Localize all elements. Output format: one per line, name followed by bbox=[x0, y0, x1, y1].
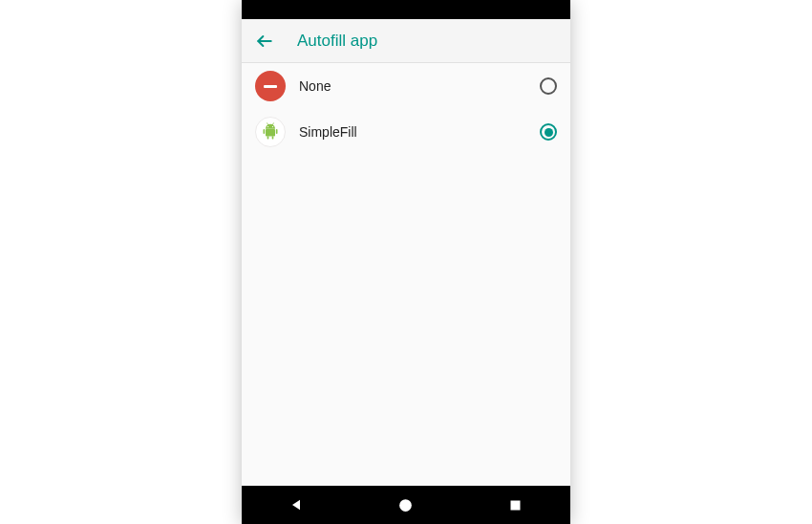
svg-point-10 bbox=[400, 499, 413, 512]
content-area: None bbox=[242, 63, 570, 486]
minus-icon bbox=[264, 85, 277, 88]
android-icon bbox=[255, 117, 286, 147]
option-none[interactable]: None bbox=[242, 63, 570, 109]
svg-rect-11 bbox=[511, 500, 521, 510]
svg-rect-1 bbox=[266, 129, 275, 137]
svg-point-9 bbox=[272, 126, 273, 127]
android-robot-icon bbox=[261, 122, 280, 142]
status-bar bbox=[242, 0, 570, 19]
none-icon bbox=[255, 71, 286, 101]
page-title: Autofill app bbox=[297, 32, 377, 51]
option-icon-wrap bbox=[255, 117, 286, 147]
square-recent-icon bbox=[508, 498, 523, 513]
navigation-bar bbox=[242, 486, 570, 524]
back-button[interactable] bbox=[253, 30, 276, 53]
svg-rect-4 bbox=[267, 136, 269, 139]
phone-frame: Autofill app None bbox=[242, 0, 570, 524]
radio-button[interactable] bbox=[540, 77, 557, 95]
option-label: None bbox=[299, 78, 540, 94]
svg-line-6 bbox=[267, 123, 268, 125]
app-bar: Autofill app bbox=[242, 19, 570, 63]
option-simplefill[interactable]: SimpleFill bbox=[242, 109, 570, 155]
option-icon-wrap bbox=[255, 71, 286, 101]
radio-button[interactable] bbox=[540, 123, 557, 141]
svg-rect-3 bbox=[276, 129, 278, 134]
nav-home-button[interactable] bbox=[377, 486, 435, 524]
circle-home-icon bbox=[397, 497, 414, 513]
svg-rect-2 bbox=[264, 129, 266, 134]
svg-point-8 bbox=[267, 126, 268, 127]
nav-recent-button[interactable] bbox=[487, 486, 545, 524]
svg-line-7 bbox=[272, 123, 273, 125]
triangle-back-icon bbox=[288, 497, 304, 513]
nav-back-button[interactable] bbox=[267, 486, 325, 524]
back-arrow-icon bbox=[255, 32, 274, 51]
option-label: SimpleFill bbox=[299, 124, 540, 140]
svg-rect-5 bbox=[272, 136, 274, 139]
